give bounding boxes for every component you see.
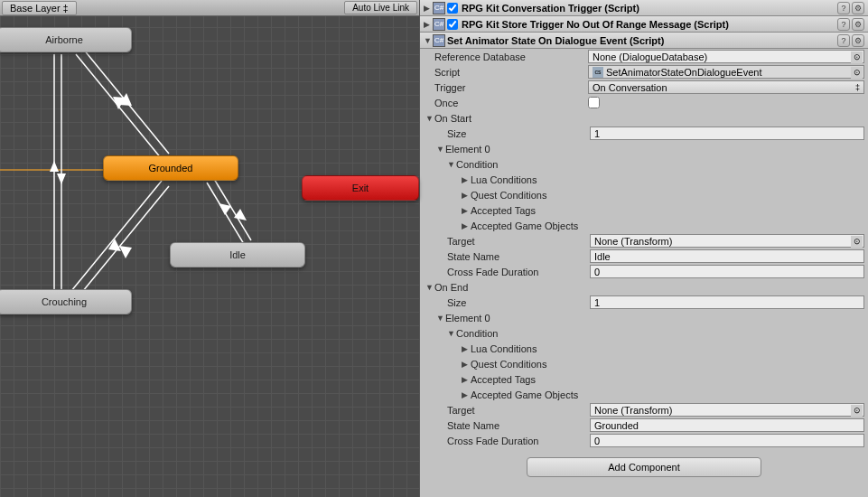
- object-picker-icon[interactable]: ⊙: [851, 236, 863, 248]
- component-enabled-checkbox[interactable]: [447, 3, 458, 14]
- script-icon: C#: [433, 2, 445, 14]
- prop-state-name-end: State Name: [420, 417, 868, 433]
- on-end-size-field[interactable]: [590, 295, 864, 309]
- prop-cross-fade-end: Cross Fade Duration: [420, 433, 868, 448]
- svg-marker-16: [57, 173, 66, 184]
- foldout-quest-conditions-end[interactable]: ▶Quest Conditions: [420, 356, 868, 371]
- chevron-right-icon: ▶: [462, 175, 471, 184]
- state-crouching[interactable]: Crouching: [0, 289, 132, 314]
- prop-label: State Name: [447, 251, 590, 262]
- foldout-element-0-end[interactable]: ▼ Element 0: [420, 310, 868, 325]
- foldout-on-end[interactable]: ▼ On End: [420, 279, 868, 295]
- svg-marker-7: [119, 246, 132, 258]
- object-picker-icon[interactable]: ⊙: [851, 52, 863, 63]
- cross-fade-field[interactable]: [590, 265, 864, 278]
- prop-state-name-start: State Name: [420, 248, 868, 264]
- component-title: RPG Kit Conversation Trigger (Script): [462, 3, 835, 14]
- trigger-dropdown[interactable]: On Conversation: [588, 80, 864, 94]
- prop-reference-database: Reference Database None (DialogueDatabas…: [420, 49, 868, 64]
- foldout-accepted-tags[interactable]: ▶Accepted Tags: [420, 202, 868, 218]
- chevron-right-icon: ▶: [462, 375, 471, 384]
- component-header-conversation-trigger[interactable]: ▶ C# RPG Kit Conversation Trigger (Scrip…: [420, 0, 868, 16]
- reference-database-field[interactable]: None (DialogueDatabase) ⊙: [588, 50, 864, 63]
- svg-marker-2: [113, 97, 126, 109]
- prop-script: Script cs SetAnimatorStateOnDialogueEven…: [420, 64, 868, 80]
- chevron-right-icon: ▶: [462, 390, 471, 399]
- svg-line-4: [71, 181, 162, 291]
- svg-marker-10: [219, 203, 231, 215]
- add-component-row: Add Component: [420, 448, 868, 486]
- prop-label: Trigger: [434, 82, 588, 93]
- svg-line-0: [76, 54, 162, 159]
- state-name-field[interactable]: [590, 249, 864, 263]
- foldout-condition-end[interactable]: ▼ Condition: [420, 325, 868, 341]
- state-grounded[interactable]: Grounded: [103, 155, 238, 181]
- prop-label: Size: [447, 297, 590, 308]
- gear-icon[interactable]: ⚙: [852, 18, 864, 31]
- inspector-panel[interactable]: ▶ C# RPG Kit Conversation Trigger (Scrip…: [419, 0, 868, 497]
- target-field[interactable]: None (Transform)⊙: [590, 234, 864, 248]
- foldout-condition-start[interactable]: ▼ Condition: [420, 156, 868, 172]
- svg-marker-3: [119, 93, 132, 106]
- chevron-down-icon: ▼: [447, 329, 456, 338]
- chevron-down-icon: ▼: [425, 283, 434, 292]
- foldout-element-0-start[interactable]: ▼ Element 0: [420, 141, 868, 156]
- script-asset-icon: cs: [593, 67, 603, 78]
- animator-panel[interactable]: Base Layer ‡ Auto Live Link Airborne Gro…: [0, 0, 419, 497]
- script-icon: C#: [433, 18, 445, 31]
- layer-dropdown[interactable]: Base Layer ‡: [2, 1, 77, 15]
- prop-on-end-size: Size: [420, 295, 868, 310]
- gear-icon[interactable]: ⚙: [852, 34, 864, 47]
- foldout-icon[interactable]: ▶: [424, 4, 433, 13]
- on-start-size-field[interactable]: [590, 127, 864, 140]
- svg-line-8: [207, 183, 244, 244]
- svg-line-5: [79, 186, 169, 296]
- state-idle[interactable]: Idle: [170, 242, 305, 267]
- component-header-set-animator-state[interactable]: ▼ C# Set Animator State On Dialogue Even…: [420, 33, 868, 49]
- svg-marker-15: [50, 161, 59, 172]
- add-component-button[interactable]: Add Component: [527, 457, 761, 477]
- state-exit[interactable]: Exit: [302, 175, 419, 201]
- component-title: Set Animator State On Dialogue Event (Sc…: [447, 35, 835, 46]
- svg-marker-11: [234, 209, 247, 220]
- animator-toolbar: Base Layer ‡ Auto Live Link: [0, 0, 419, 16]
- prop-label: Script: [434, 67, 588, 78]
- foldout-on-start[interactable]: ▼ On Start: [420, 110, 868, 126]
- once-checkbox[interactable]: [588, 97, 600, 108]
- auto-live-link-button[interactable]: Auto Live Link: [344, 1, 417, 14]
- object-picker-icon[interactable]: ⊙: [851, 405, 863, 417]
- chevron-right-icon: ▶: [462, 221, 471, 230]
- foldout-accepted-objects[interactable]: ▶Accepted Game Objects: [420, 218, 868, 233]
- foldout-icon[interactable]: ▼: [424, 36, 433, 45]
- state-airborne[interactable]: Airborne: [0, 27, 132, 52]
- script-field: cs SetAnimatorStateOnDialogueEvent ⊙: [588, 65, 864, 79]
- help-icon[interactable]: ?: [837, 18, 850, 31]
- prop-label: Once: [434, 98, 588, 108]
- prop-on-start-size: Size: [420, 126, 868, 141]
- component-enabled-checkbox[interactable]: [447, 19, 458, 30]
- foldout-lua-conditions-end[interactable]: ▶Lua Conditions: [420, 341, 868, 356]
- object-picker-icon[interactable]: ⊙: [851, 67, 863, 79]
- help-icon[interactable]: ?: [837, 2, 850, 14]
- gear-icon[interactable]: ⚙: [852, 2, 864, 14]
- prop-trigger: Trigger On Conversation: [420, 80, 868, 95]
- prop-label: Target: [447, 236, 590, 247]
- chevron-down-icon: ▼: [436, 145, 445, 154]
- object-value: SetAnimatorStateOnDialogueEvent: [606, 67, 761, 78]
- foldout-quest-conditions[interactable]: ▶Quest Conditions: [420, 187, 868, 202]
- prop-label: Cross Fade Duration: [447, 436, 590, 446]
- foldout-icon[interactable]: ▶: [424, 20, 433, 29]
- chevron-down-icon: ▼: [425, 114, 434, 123]
- svg-line-1: [83, 49, 169, 154]
- component-header-store-trigger[interactable]: ▶ C# RPG Kit Store Trigger No Out Of Ran…: [420, 16, 868, 33]
- foldout-lua-conditions[interactable]: ▶Lua Conditions: [420, 172, 868, 187]
- foldout-accepted-objects-end[interactable]: ▶Accepted Game Objects: [420, 387, 868, 402]
- foldout-accepted-tags-end[interactable]: ▶Accepted Tags: [420, 371, 868, 387]
- svg-marker-6: [108, 239, 121, 251]
- prop-once: Once: [420, 95, 868, 110]
- dropdown-icon: ‡: [62, 3, 68, 14]
- help-icon[interactable]: ?: [837, 34, 850, 47]
- cross-fade-field[interactable]: [590, 434, 864, 447]
- target-field[interactable]: None (Transform)⊙: [590, 403, 864, 417]
- state-name-field[interactable]: [590, 418, 864, 432]
